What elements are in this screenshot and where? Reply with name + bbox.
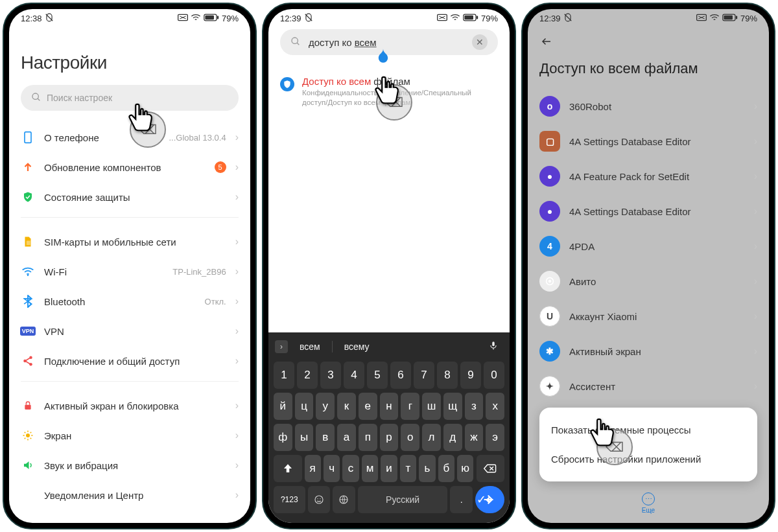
settings-item[interactable]: Активный экран и блокировка› bbox=[21, 391, 239, 421]
numeric-key[interactable]: ?123 bbox=[274, 486, 305, 513]
key-ц[interactable]: ц bbox=[295, 393, 314, 420]
key-н[interactable]: н bbox=[380, 393, 399, 420]
settings-item[interactable]: Звук и вибрация› bbox=[21, 450, 239, 480]
key-т[interactable]: т bbox=[400, 455, 416, 482]
svg-point-12 bbox=[26, 434, 30, 437]
settings-item[interactable]: Обновление компонентов5› bbox=[21, 152, 239, 182]
shift-key[interactable] bbox=[274, 455, 302, 482]
chevron-right-icon: › bbox=[754, 345, 757, 357]
settings-item[interactable]: BluetoothОткл.› bbox=[21, 286, 239, 316]
key-2[interactable]: 2 bbox=[297, 362, 318, 389]
key-о[interactable]: о bbox=[401, 424, 419, 451]
chevron-right-icon: › bbox=[235, 459, 239, 471]
app-row[interactable]: ✱Активный экран› bbox=[539, 334, 757, 369]
key-б[interactable]: б bbox=[438, 455, 454, 482]
key-р[interactable]: р bbox=[380, 424, 399, 451]
key-э[interactable]: э bbox=[486, 424, 504, 451]
key-4[interactable]: 4 bbox=[344, 362, 364, 389]
key-л[interactable]: л bbox=[422, 424, 441, 451]
app-row[interactable]: ✦Ассистент› bbox=[539, 369, 757, 404]
menu-reset-app-prefs[interactable]: Сбросить настройки приложений bbox=[551, 445, 746, 474]
menu-show-system[interactable]: Показать системные процессы bbox=[551, 415, 746, 445]
app-row[interactable]: UАккаунт Xiaomi› bbox=[539, 299, 757, 334]
battery-icon bbox=[204, 14, 219, 23]
key-е[interactable]: е bbox=[359, 393, 377, 420]
key-1[interactable]: 1 bbox=[274, 362, 294, 389]
key-з[interactable]: з bbox=[465, 393, 484, 420]
settings-item[interactable]: Wi-FiTP-Link_2B96› bbox=[21, 257, 239, 286]
vpn-icon: VPN bbox=[21, 324, 35, 338]
app-label: Авито bbox=[569, 276, 745, 287]
search-input[interactable]: доступ ко всем ✕ bbox=[280, 29, 498, 55]
key-ш[interactable]: ш bbox=[422, 393, 441, 420]
app-row[interactable]: ▢4A Settings Database Editor› bbox=[539, 124, 757, 159]
key-7[interactable]: 7 bbox=[414, 362, 434, 389]
alarm-off-icon bbox=[563, 13, 572, 24]
settings-item[interactable]: Подключение и общий доступ› bbox=[21, 346, 239, 376]
settings-item[interactable]: Состояние защиты› bbox=[21, 182, 239, 212]
period-key[interactable]: . bbox=[450, 486, 473, 513]
key-м[interactable]: м bbox=[362, 455, 378, 482]
app-row[interactable]: o360Robot› bbox=[539, 89, 757, 124]
settings-item[interactable]: Экран› bbox=[21, 421, 239, 450]
key-в[interactable]: в bbox=[316, 424, 335, 451]
app-icon: U bbox=[539, 306, 560, 327]
emoji-key[interactable] bbox=[308, 486, 331, 513]
search-input[interactable]: Поиск настроек bbox=[21, 85, 239, 111]
key-9[interactable]: 9 bbox=[460, 362, 481, 389]
key-ы[interactable]: ы bbox=[295, 424, 314, 451]
language-key[interactable] bbox=[333, 486, 355, 513]
key-щ[interactable]: щ bbox=[443, 393, 462, 420]
key-п[interactable]: п bbox=[359, 424, 377, 451]
app-row[interactable]: 44PDA› bbox=[539, 229, 757, 264]
back-button[interactable] bbox=[539, 29, 757, 60]
expand-icon[interactable]: › bbox=[275, 340, 288, 353]
app-icon: o bbox=[539, 96, 560, 117]
enter-key[interactable]: ✓ bbox=[475, 486, 504, 513]
key-3[interactable]: 3 bbox=[320, 362, 341, 389]
key-к[interactable]: к bbox=[337, 393, 356, 420]
key-й[interactable]: й bbox=[274, 393, 292, 420]
settings-item[interactable]: SIM-карты и мобильные сети› bbox=[21, 227, 239, 257]
key-0[interactable]: 0 bbox=[484, 362, 504, 389]
settings-item-label: Активный экран и блокировка bbox=[44, 400, 226, 411]
chevron-right-icon: › bbox=[754, 380, 757, 392]
blank-icon bbox=[21, 488, 35, 502]
key-а[interactable]: а bbox=[337, 424, 356, 451]
key-х[interactable]: х bbox=[486, 393, 504, 420]
svg-point-21 bbox=[320, 498, 320, 499]
search-icon bbox=[290, 36, 301, 49]
key-ф[interactable]: ф bbox=[274, 424, 292, 451]
key-с[interactable]: с bbox=[342, 455, 359, 482]
key-ж[interactable]: ж bbox=[465, 424, 484, 451]
page-title: Настройки bbox=[21, 52, 239, 73]
wifi-icon bbox=[21, 264, 35, 279]
key-ч[interactable]: ч bbox=[324, 455, 340, 482]
key-8[interactable]: 8 bbox=[437, 362, 458, 389]
clear-search-button[interactable]: ✕ bbox=[472, 34, 488, 50]
key-г[interactable]: г bbox=[401, 393, 419, 420]
settings-item-label: Состояние защиты bbox=[44, 192, 226, 203]
app-row[interactable]: ●4A Settings Database Editor› bbox=[539, 194, 757, 229]
app-row[interactable]: ⦿Авито› bbox=[539, 264, 757, 299]
mic-icon[interactable] bbox=[489, 340, 503, 354]
more-button[interactable]: ⋯ Еще bbox=[528, 492, 769, 514]
suggestion[interactable]: всему bbox=[336, 339, 377, 354]
key-я[interactable]: я bbox=[305, 455, 321, 482]
key-д[interactable]: д bbox=[443, 424, 462, 451]
svg-point-4 bbox=[32, 93, 38, 99]
space-key[interactable]: Русский bbox=[358, 486, 448, 513]
app-row[interactable]: ●4A Feature Pack for SetEdit› bbox=[539, 159, 757, 194]
phone-outline-icon bbox=[21, 130, 35, 145]
suggestion[interactable]: всем bbox=[292, 339, 328, 354]
key-6[interactable]: 6 bbox=[390, 362, 411, 389]
card-icon bbox=[178, 14, 188, 23]
key-ю[interactable]: ю bbox=[457, 455, 473, 482]
key-у[interactable]: у bbox=[316, 393, 335, 420]
settings-item[interactable]: VPNVPN› bbox=[21, 316, 239, 346]
key-и[interactable]: и bbox=[381, 455, 397, 482]
settings-item[interactable]: Уведомления и Центр› bbox=[21, 480, 239, 510]
key-ь[interactable]: ь bbox=[419, 455, 435, 482]
backspace-key[interactable] bbox=[477, 455, 505, 482]
key-5[interactable]: 5 bbox=[367, 362, 388, 389]
